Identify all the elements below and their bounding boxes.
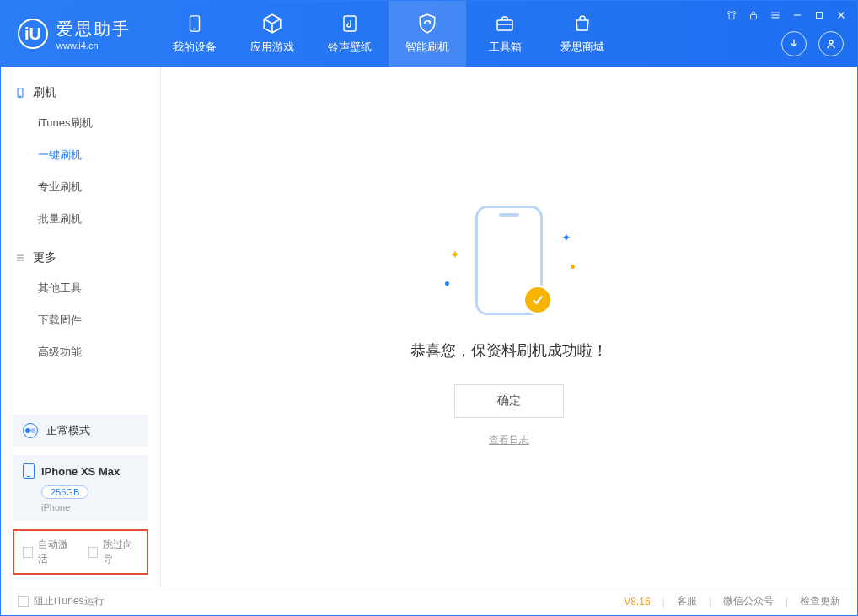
download-button[interactable]: [781, 31, 807, 56]
success-message: 恭喜您，保资料刷机成功啦！: [410, 340, 608, 361]
close-button[interactable]: [834, 8, 849, 23]
check-update-link[interactable]: 检查更新: [800, 594, 840, 608]
footer: 阻止iTunes运行 V8.16 | 客服 | 微信公众号 | 检查更新: [1, 587, 857, 615]
svg-point-12: [829, 40, 833, 44]
device-type: iPhone: [41, 502, 138, 512]
checkbox-icon: [88, 547, 99, 558]
storage-badge: 256GB: [41, 485, 88, 499]
toolbox-icon: [494, 13, 516, 35]
maximize-button[interactable]: [812, 8, 827, 23]
group-label: 刷机: [33, 85, 56, 100]
sparkle-icon: ✦: [561, 231, 571, 244]
sidebar-scroll: 刷机 iTunes刷机 一键刷机 专业刷机 批量刷机 更多 其他工具 下载固件 …: [1, 67, 160, 415]
sidebar-item-advanced[interactable]: 高级功能: [1, 336, 160, 368]
separator: |: [786, 596, 788, 608]
checkbox-icon: [18, 596, 29, 607]
phone-icon: [184, 13, 206, 35]
checkbox-label: 阻止iTunes运行: [34, 594, 105, 608]
group-label: 更多: [33, 250, 56, 265]
tab-toolbox[interactable]: 工具箱: [466, 1, 544, 67]
header-action-circles: [781, 31, 844, 56]
svg-rect-4: [751, 14, 757, 19]
confirm-button[interactable]: 确定: [454, 384, 564, 418]
tab-label: 铃声壁纸: [328, 40, 372, 55]
tab-apps[interactable]: 应用游戏: [233, 1, 311, 67]
group-header-flash: 刷机: [1, 78, 160, 107]
sidebar-item-other[interactable]: 其他工具: [1, 272, 160, 304]
shopping-bag-icon: [571, 13, 593, 35]
phone-small-icon: [23, 463, 35, 479]
window-controls: [724, 8, 849, 23]
checkbox-auto-activate[interactable]: 自动激活: [23, 538, 73, 566]
device-row: iPhone XS Max: [23, 463, 138, 479]
svg-rect-9: [817, 13, 823, 19]
device-icon: [14, 87, 26, 99]
device-card[interactable]: iPhone XS Max 256GB iPhone: [13, 455, 148, 521]
logo-text: 爱思助手 www.i4.cn: [56, 18, 131, 51]
mode-icon: [23, 423, 38, 438]
tab-label: 智能刷机: [405, 40, 449, 55]
tab-label: 应用游戏: [250, 40, 294, 55]
dot-icon: [445, 281, 449, 286]
app-title: 爱思助手: [56, 18, 131, 40]
tab-label: 爱思商城: [560, 40, 604, 55]
music-file-icon: [339, 13, 361, 35]
minimize-button[interactable]: [790, 8, 805, 23]
mode-card[interactable]: 正常模式: [13, 415, 148, 447]
sidebar-item-itunes[interactable]: iTunes刷机: [1, 107, 160, 139]
device-name: iPhone XS Max: [41, 465, 120, 478]
check-badge-icon: [523, 285, 553, 315]
checkbox-skip-guide[interactable]: 跳过向导: [88, 538, 139, 566]
support-link[interactable]: 客服: [677, 594, 697, 608]
checkbox-highlight-box: 自动激活 跳过向导: [13, 529, 148, 575]
app-logo-icon: iU: [18, 19, 48, 49]
header: iU 爱思助手 www.i4.cn 我的设备 应用游戏 铃声壁纸 智能刷机: [1, 1, 857, 67]
mode-label: 正常模式: [46, 423, 90, 438]
main-content: ✦ ✦ 恭喜您，保资料刷机成功啦！ 确定 查看日志: [161, 67, 857, 587]
user-button[interactable]: [818, 31, 844, 56]
svg-rect-2: [344, 16, 356, 31]
dot-icon: [571, 265, 575, 269]
separator: |: [709, 596, 711, 608]
sidebar-item-batch[interactable]: 批量刷机: [1, 203, 160, 235]
cube-icon: [261, 13, 283, 35]
body: 刷机 iTunes刷机 一键刷机 专业刷机 批量刷机 更多 其他工具 下载固件 …: [1, 67, 857, 587]
checkbox-block-itunes[interactable]: 阻止iTunes运行: [18, 594, 105, 608]
sidebar-item-firmware[interactable]: 下载固件: [1, 304, 160, 336]
view-log-link[interactable]: 查看日志: [489, 433, 529, 447]
svg-rect-3: [497, 20, 512, 30]
checkbox-icon: [23, 547, 33, 558]
tab-label: 我的设备: [173, 40, 217, 55]
footer-right: V8.16 | 客服 | 微信公众号 | 检查更新: [624, 594, 840, 608]
shield-refresh-icon: [416, 13, 438, 35]
list-icon: [14, 252, 26, 264]
sidebar-item-pro[interactable]: 专业刷机: [1, 171, 160, 203]
menu-icon[interactable]: [768, 8, 783, 23]
tab-label: 工具箱: [489, 40, 522, 55]
app-window: iU 爱思助手 www.i4.cn 我的设备 应用游戏 铃声壁纸 智能刷机: [0, 0, 858, 616]
sidebar-item-onekey[interactable]: 一键刷机: [1, 139, 160, 171]
tshirt-icon[interactable]: [724, 8, 739, 23]
wechat-link[interactable]: 微信公众号: [723, 594, 774, 608]
success-illustration: ✦ ✦: [442, 206, 576, 324]
tab-ring[interactable]: 铃声壁纸: [311, 1, 389, 67]
version-label: V8.16: [624, 596, 650, 608]
checkbox-label: 跳过向导: [103, 538, 138, 566]
app-url: www.i4.cn: [56, 40, 131, 51]
main-tabs: 我的设备 应用游戏 铃声壁纸 智能刷机 工具箱 爱思商城: [156, 1, 621, 67]
separator: |: [662, 596, 665, 608]
tab-flash[interactable]: 智能刷机: [389, 1, 466, 67]
tab-device[interactable]: 我的设备: [156, 1, 233, 67]
lock-icon[interactable]: [746, 8, 761, 23]
group-header-more: 更多: [1, 244, 160, 272]
sparkle-icon: ✦: [450, 248, 460, 261]
sidebar: 刷机 iTunes刷机 一键刷机 专业刷机 批量刷机 更多 其他工具 下载固件 …: [1, 67, 161, 587]
logo-area: iU 爱思助手 www.i4.cn: [1, 1, 147, 67]
tab-store[interactable]: 爱思商城: [544, 1, 621, 67]
checkbox-label: 自动激活: [38, 538, 73, 566]
